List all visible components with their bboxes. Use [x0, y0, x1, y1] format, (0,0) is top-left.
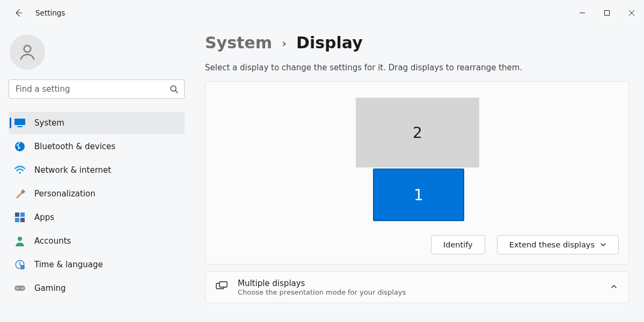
clock-icon: L: [14, 259, 26, 270]
main-panel: System › Display Select a display to cha…: [193, 26, 644, 322]
identify-button[interactable]: Identify: [431, 235, 485, 254]
sidebar-item-time-language[interactable]: L Time & language: [9, 253, 185, 276]
display-tile-1[interactable]: 1: [373, 169, 464, 221]
row-subtitle: Choose the presentation mode for your di…: [238, 288, 406, 296]
svg-point-8: [19, 172, 21, 174]
display-tile-label: 1: [414, 186, 423, 204]
apps-icon: [14, 211, 26, 223]
brush-icon: [14, 188, 26, 200]
window-maximize-button[interactable]: [595, 0, 619, 26]
display-tile-label: 2: [413, 124, 422, 142]
chevron-right-icon: ›: [282, 36, 287, 50]
row-title: Multiple displays: [238, 279, 406, 288]
displays-icon: [215, 281, 228, 294]
search-icon: [170, 85, 178, 93]
window-close-button[interactable]: [619, 0, 644, 26]
svg-line-4: [175, 91, 178, 93]
sidebar-item-gaming[interactable]: Gaming: [9, 277, 185, 299]
display-tile-2[interactable]: 2: [356, 98, 479, 167]
sidebar-item-label: System: [34, 118, 64, 128]
close-icon: [628, 10, 635, 16]
svg-point-2: [24, 46, 31, 53]
multiple-displays-row[interactable]: Multiple displays Choose the presentatio…: [205, 271, 629, 303]
instruction-text: Select a display to change the settings …: [205, 63, 629, 72]
svg-rect-6: [17, 126, 23, 127]
svg-text:L: L: [22, 266, 24, 269]
arrange-displays-card: 2 1 Identify Extend these displays: [205, 81, 629, 265]
svg-rect-23: [219, 282, 227, 287]
sidebar-item-network[interactable]: Network & internet: [9, 159, 185, 181]
breadcrumb-current: Display: [296, 33, 363, 52]
monitor-icon: [14, 117, 26, 129]
search-input[interactable]: [9, 79, 185, 99]
minimize-icon: [579, 10, 586, 16]
breadcrumb-parent[interactable]: System: [205, 33, 272, 52]
svg-point-14: [18, 237, 22, 241]
display-mode-dropdown[interactable]: Extend these displays: [497, 235, 619, 254]
wifi-icon: [14, 164, 26, 176]
sidebar-item-label: Apps: [34, 213, 54, 222]
gamepad-icon: [14, 282, 26, 294]
arrange-actions: Identify Extend these displays: [206, 228, 628, 264]
back-button[interactable]: [10, 4, 27, 21]
svg-point-21: [22, 288, 23, 289]
arrow-left-icon: [14, 9, 23, 17]
search-box: [9, 79, 185, 99]
svg-rect-1: [605, 11, 610, 16]
sidebar-item-label: Time & language: [34, 260, 103, 269]
sidebar-item-label: Gaming: [34, 283, 66, 293]
chevron-down-icon: [600, 241, 606, 248]
dropdown-label: Extend these displays: [509, 240, 595, 249]
sidebar: System Bluetooth & devices Network & int…: [0, 26, 193, 322]
svg-rect-10: [15, 213, 19, 217]
title-bar: Settings: [0, 0, 644, 26]
svg-rect-13: [20, 218, 25, 222]
svg-rect-19: [14, 286, 25, 291]
window-title: Settings: [35, 9, 65, 17]
avatar[interactable]: [10, 34, 45, 70]
chevron-up-icon: [610, 282, 618, 292]
maximize-icon: [604, 10, 610, 16]
svg-point-3: [171, 86, 176, 91]
sidebar-item-accounts[interactable]: Accounts: [9, 230, 185, 252]
window-minimize-button[interactable]: [570, 0, 595, 26]
sidebar-item-personalization[interactable]: Personalization: [9, 182, 185, 205]
display-arrangement-area[interactable]: 2 1: [206, 82, 628, 228]
bluetooth-icon: [14, 141, 26, 152]
svg-rect-12: [15, 218, 19, 222]
sidebar-item-bluetooth[interactable]: Bluetooth & devices: [9, 135, 185, 158]
sidebar-item-system[interactable]: System: [9, 112, 185, 134]
window-controls: [570, 0, 644, 26]
sidebar-item-label: Bluetooth & devices: [34, 142, 115, 151]
svg-point-20: [17, 288, 18, 289]
sidebar-item-label: Accounts: [34, 236, 71, 246]
sidebar-item-label: Network & internet: [34, 165, 111, 175]
svg-rect-11: [20, 213, 25, 217]
sidebar-item-label: Personalization: [34, 189, 96, 199]
svg-rect-5: [14, 119, 25, 125]
person-icon: [18, 42, 37, 62]
sidebar-item-apps[interactable]: Apps: [9, 206, 185, 229]
nav-list: System Bluetooth & devices Network & int…: [9, 112, 185, 299]
breadcrumb: System › Display: [205, 33, 629, 52]
account-icon: [14, 235, 26, 247]
button-label: Identify: [443, 240, 473, 249]
